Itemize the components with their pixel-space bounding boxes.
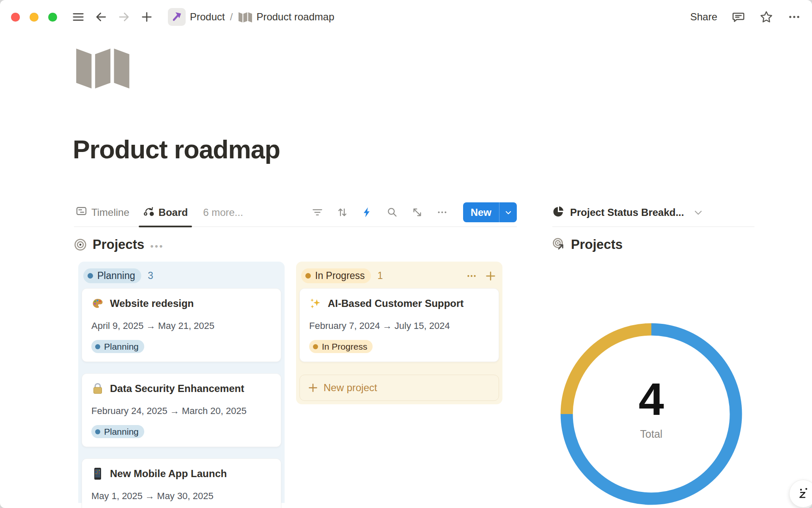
minimize-window-button[interactable]	[30, 13, 38, 22]
ai-face-icon	[795, 485, 812, 503]
page-icon-map[interactable]	[76, 47, 129, 90]
search-icon[interactable]	[387, 207, 398, 218]
forward-icon[interactable]	[115, 8, 132, 25]
filter-icon[interactable]	[312, 207, 323, 218]
board-title: Projects	[93, 237, 144, 252]
card-title: AI-Based Customer Support	[328, 298, 464, 309]
card-status-tag: In Progress	[309, 340, 373, 353]
view-more-icon[interactable]	[436, 207, 448, 218]
linked-target-icon	[552, 237, 565, 252]
breadcrumb-separator: /	[230, 11, 233, 23]
column-in-progress: In Progress 1	[296, 262, 502, 404]
card-status-tag: Planning	[91, 425, 144, 438]
board-icon	[143, 205, 154, 219]
new-project-button[interactable]: New project	[299, 375, 499, 401]
menu-icon[interactable]	[70, 8, 87, 25]
card-title: Website redesign	[110, 298, 194, 309]
close-window-button[interactable]	[11, 13, 20, 22]
back-icon[interactable]	[93, 8, 110, 25]
card-title: New Mobile App Launch	[110, 468, 227, 480]
comments-icon[interactable]	[732, 10, 745, 24]
column-count: 1	[378, 270, 383, 282]
tab-board[interactable]: Board	[141, 198, 189, 226]
app-window: Product / Product roadmap Share	[0, 0, 812, 508]
automation-lightning-icon[interactable]	[362, 207, 373, 218]
timeline-icon	[76, 205, 87, 219]
traffic-lights	[11, 13, 57, 22]
breadcrumb: Product / Product roadmap	[161, 8, 335, 26]
card-data-security[interactable]: Data Security Enhancement February 24, 2…	[82, 373, 281, 447]
zoom-window-button[interactable]	[48, 13, 57, 22]
tab-label: Board	[159, 207, 188, 218]
page-title: Product roadmap	[73, 135, 280, 164]
breadcrumb-current[interactable]: Product roadmap	[256, 11, 334, 23]
card-dates: February 7, 2024 → July 15, 2024	[309, 320, 489, 331]
view-bar: Timeline Board 6 more...	[74, 198, 517, 227]
target-icon	[74, 238, 87, 251]
status-pill-in-progress[interactable]: In Progress	[301, 268, 371, 283]
card-ai-support[interactable]: AI-Based Customer Support February 7, 20…	[299, 288, 499, 362]
view-controls: New	[312, 202, 517, 222]
board-more-icon[interactable]: •••	[150, 237, 164, 252]
card-mobile-app[interactable]: New Mobile App Launch May 1, 2025 → May …	[82, 458, 281, 508]
column-planning: Planning 3 Website redesign	[78, 262, 285, 503]
breadcrumb-root[interactable]: Product	[190, 11, 225, 23]
new-button-group: New	[463, 202, 517, 222]
tab-timeline[interactable]: Timeline	[74, 198, 131, 226]
tab-label: Timeline	[91, 207, 129, 218]
column-header: Planning 3	[82, 265, 281, 288]
card-website-redesign[interactable]: Website redesign April 9, 2025 → May 21,…	[82, 288, 281, 362]
column-more-icon[interactable]	[466, 271, 477, 282]
share-button[interactable]: Share	[690, 11, 717, 23]
donut-chart[interactable]: 4 Total	[560, 323, 742, 505]
favorite-star-icon[interactable]	[760, 10, 773, 24]
column-count: 3	[148, 270, 154, 282]
chart-heading: Projects	[552, 237, 754, 252]
column-header: In Progress 1	[299, 265, 499, 288]
new-tab-icon[interactable]	[138, 8, 155, 25]
product-app-icon[interactable]	[168, 8, 186, 26]
chart-title[interactable]: Project Status Breakd...	[570, 207, 684, 218]
board-heading: Projects •••	[74, 237, 517, 252]
more-views-button[interactable]: 6 more...	[203, 207, 243, 218]
status-dot	[305, 273, 311, 279]
card-dates: April 9, 2025 → May 21, 2025	[91, 320, 272, 331]
topbar: Product / Product roadmap Share	[0, 0, 812, 34]
chart-section: Project Status Breakd... Projects 4 Tota…	[552, 198, 754, 252]
expand-icon[interactable]	[411, 207, 423, 218]
ai-assistant-button[interactable]	[789, 480, 812, 508]
sort-icon[interactable]	[337, 207, 348, 218]
new-button[interactable]: New	[463, 202, 499, 222]
status-dot	[88, 273, 93, 279]
topbar-actions: Share	[690, 10, 801, 24]
card-dates: May 1, 2025 → May 30, 2025	[91, 491, 272, 502]
mobile-phone-icon	[91, 467, 104, 480]
board-columns: Planning 3 Website redesign	[74, 262, 517, 503]
card-status-tag: Planning	[91, 340, 144, 353]
column-add-icon[interactable]	[485, 270, 497, 282]
chart-header: Project Status Breakd...	[552, 198, 754, 227]
lock-icon	[91, 382, 104, 395]
more-options-icon[interactable]	[787, 10, 801, 24]
chevron-down-icon[interactable]	[693, 207, 703, 218]
new-dropdown-chevron-icon[interactable]	[499, 202, 517, 222]
palette-icon	[91, 297, 104, 310]
plus-icon	[307, 382, 318, 393]
donut-svg	[560, 323, 742, 505]
view-tabs: Timeline Board 6 more...	[74, 198, 243, 226]
card-title: Data Security Enhancement	[110, 383, 244, 395]
card-dates: February 24, 2025 → March 20, 2025	[91, 406, 272, 417]
pie-chart-icon	[552, 206, 564, 219]
map-icon	[239, 11, 252, 23]
board-section: Timeline Board 6 more...	[74, 198, 517, 503]
status-pill-planning[interactable]: Planning	[83, 268, 141, 283]
sparkles-icon	[309, 297, 322, 310]
chart-board-title: Projects	[571, 237, 623, 252]
